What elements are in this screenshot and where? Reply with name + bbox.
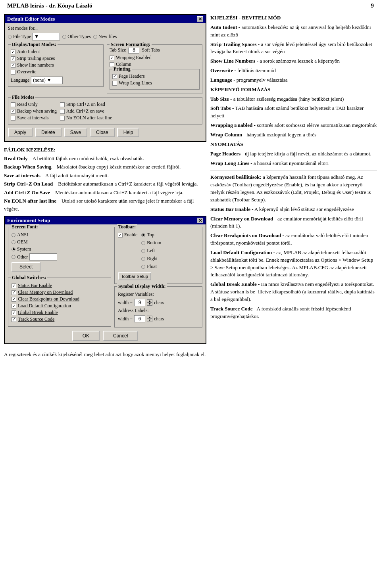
toolbar-enable-checkbox[interactable]	[118, 233, 123, 237]
file-modes-content: Read Only Backup when saving Save at int…	[11, 102, 200, 122]
bottom-radio-circle	[141, 241, 145, 245]
save-intervals-item: Save at intervals	[11, 115, 57, 121]
screen-formatting-title: Screen Formatting:	[110, 42, 152, 48]
file-type-radio[interactable]: File Type ▼	[8, 33, 60, 40]
add-ctrl-z-checkbox[interactable]	[60, 109, 65, 114]
close-button[interactable]: Close	[90, 128, 115, 137]
page-header: MPLAB leírás - dr. Kónya László 9	[0, 0, 381, 11]
rc-kepernyo-text: KÉPERNYŐ FORMÁZÁS	[210, 86, 270, 92]
auto-indent-checkbox[interactable]	[11, 50, 15, 54]
register-variables-row: width = ▲ ▼ chars	[118, 299, 199, 306]
ansi-radio[interactable]: ANSI	[12, 232, 108, 238]
other-radio[interactable]: Other	[12, 253, 108, 260]
language-select[interactable]: (none) ▼	[31, 77, 63, 84]
show-line-numbers-checkbox[interactable]	[11, 63, 15, 68]
file-type-radio-circle	[8, 35, 12, 39]
file-modes-section: File Modes Read Only Backup when sav	[8, 97, 202, 124]
right-radio-circle	[141, 257, 145, 261]
rc-show-line: Show Line Numbers - a sorok számozva les…	[210, 57, 377, 65]
address-width-down[interactable]: ▼	[147, 319, 152, 322]
address-width-up[interactable]: ▲	[147, 316, 152, 319]
rc-wrap-column-text: - hányadik oszlopnál legyen a törés	[244, 132, 317, 138]
status-bar-enable-label: Status Bar Enable	[18, 283, 52, 289]
new-files-radio[interactable]: New files	[93, 34, 117, 40]
wrap-long-lines-checkbox[interactable]	[112, 81, 117, 86]
global-switches-title: Global Switches:	[11, 275, 47, 281]
default-editor-modes-dialog: Default Editor Modes ✕ Set modes for... …	[4, 14, 206, 142]
register-width-up[interactable]: ▲	[147, 299, 152, 303]
cancel-button[interactable]: Cancel	[103, 331, 138, 341]
rc-tab-size-label: Tab Size	[210, 96, 229, 102]
global-break-checkbox[interactable]	[12, 310, 16, 315]
wrapping-enabled-checkbox[interactable]	[110, 56, 114, 60]
strip-ctrl-z-checkbox[interactable]	[60, 102, 65, 107]
rc-overwrite: Overwrite - felülírás üzemmód	[210, 67, 377, 75]
overwrite-checkbox[interactable]	[11, 70, 15, 75]
dialog1-body: Set modes for... File Type ▼ Other Types	[5, 23, 206, 141]
system-radio[interactable]: System	[12, 246, 108, 252]
right-radio[interactable]: Right	[141, 256, 161, 262]
top-radio[interactable]: Top	[141, 232, 161, 238]
rc-language: Language - programnyelv választása	[210, 77, 377, 84]
clear-breakpoints-checkbox[interactable]	[12, 297, 16, 302]
file-type-dropdown[interactable]: ▼	[32, 33, 60, 40]
toolbar-positions: Top Bottom Left	[141, 232, 161, 271]
load-default-checkbox[interactable]	[12, 304, 16, 308]
file-modes-checkboxes: Read Only Backup when saving Save at int…	[11, 102, 200, 122]
save-intervals-desc-label: Save at intervals	[4, 172, 40, 178]
env-body: Screen Font: ANSI OEM	[8, 227, 202, 328]
soft-tabs-label: Soft Tabs	[142, 47, 160, 53]
rc-status-bar: Status Bar Enable - A képernyő alján lév…	[210, 206, 377, 213]
rc-overwrite-text: - felülírás üzemmód	[234, 67, 276, 73]
apply-button[interactable]: Apply	[8, 128, 33, 137]
address-width-input[interactable]	[134, 315, 145, 322]
status-bar-enable-checkbox[interactable]	[12, 283, 16, 288]
global-break-label: Global Break Enable	[18, 310, 58, 316]
overwrite-label: Overwrite	[17, 69, 37, 75]
delete-button[interactable]: Delete	[35, 128, 62, 137]
no-eoln-item: No EOLN after last line	[60, 115, 112, 121]
help-button[interactable]: Help	[117, 128, 140, 137]
track-source-label: Track Source Code	[18, 316, 54, 322]
clear-memory-label: Clear Memory on Download	[18, 289, 73, 295]
right-label: Right	[147, 256, 158, 262]
chars-label2: chars	[154, 316, 164, 322]
other-types-radio[interactable]: Other Types	[62, 34, 91, 40]
strip-ctrl-z-item: Strip Ctrl+Z on load	[60, 102, 112, 107]
page-headers-checkbox[interactable]	[112, 74, 117, 79]
file-type-row: File Type ▼ Other Types New files	[8, 33, 202, 40]
ok-button[interactable]: OK	[72, 331, 100, 341]
dialog1-close-button[interactable]: ✕	[197, 16, 203, 22]
oem-radio[interactable]: OEM	[12, 239, 108, 245]
save-intervals-checkbox[interactable]	[11, 116, 15, 121]
dialog2-close-button[interactable]: ✕	[197, 218, 203, 223]
select-button[interactable]: Select	[12, 262, 40, 272]
save-button[interactable]: Save	[64, 128, 87, 137]
other-font-input[interactable]	[29, 253, 57, 260]
bottom-radio[interactable]: Bottom	[141, 240, 161, 246]
backup-saving-checkbox[interactable]	[11, 109, 15, 114]
clear-memory-checkbox[interactable]	[12, 290, 16, 295]
global-switches-content: Status Bar Enable Clear Memory on Downlo…	[12, 283, 108, 322]
address-width-spinner[interactable]: ▲ ▼	[147, 316, 152, 322]
register-width-spinner[interactable]: ▲ ▼	[147, 299, 152, 306]
left-radio[interactable]: Left	[141, 248, 161, 254]
oem-label: OEM	[17, 239, 28, 245]
rc-wrap-column-label: Wrap Column	[210, 132, 242, 138]
toolbar-setup-button[interactable]: Toolbar Setup	[118, 272, 151, 280]
chars-label1: chars	[154, 300, 164, 306]
strip-trailing-item: Strip trailing spaces	[11, 56, 101, 61]
no-eoln-checkbox[interactable]	[60, 116, 65, 121]
add-ctrl-z-desc-text: Mentéskor automatikusan a Ctrl+Z karakte…	[55, 190, 183, 195]
no-eoln-desc: No EOLN after last line Utolsó sor utols…	[4, 197, 206, 213]
rc-strip-trailing: Strip Trailing Spaces - a sor végén lévő…	[210, 41, 377, 56]
display-modes-content: Auto Indent Strip trailing spaces Show l…	[11, 49, 101, 84]
register-width-down[interactable]: ▼	[147, 303, 152, 306]
float-radio[interactable]: Float	[141, 264, 161, 270]
strip-trailing-checkbox[interactable]	[11, 56, 15, 61]
bottom-text-content: A regiszterek és a címkék kijelzésénél m…	[4, 351, 206, 357]
show-line-numbers-label: Show line numbers	[17, 62, 54, 68]
read-only-checkbox[interactable]	[11, 102, 15, 107]
track-source-checkbox[interactable]	[12, 317, 16, 322]
register-width-input[interactable]	[134, 299, 145, 306]
